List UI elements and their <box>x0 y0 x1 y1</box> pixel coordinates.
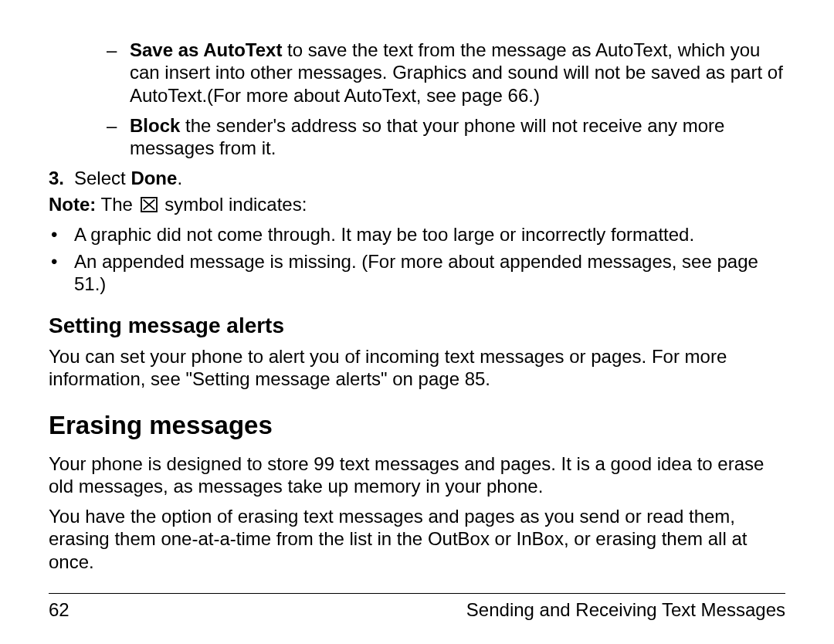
step-item: 3. Select Done. <box>49 167 785 189</box>
footer-rule <box>49 593 785 594</box>
subheading-paragraph: You can set your phone to alert you of i… <box>49 345 785 391</box>
chapter-title: Sending and Receiving Text Messages <box>466 598 785 621</box>
missing-content-icon <box>141 195 158 217</box>
dash-bullet: – <box>107 114 117 137</box>
sublist-item: – Block the sender's address so that you… <box>107 114 785 160</box>
bullet-item: • An appended message is missing. (For m… <box>49 250 785 296</box>
dash-bullet: – <box>107 39 117 61</box>
page-number: 62 <box>49 598 70 621</box>
bullet-text: An appended message is missing. (For mor… <box>74 251 758 294</box>
manual-page: – Save as AutoText to save the text from… <box>0 0 834 644</box>
body-paragraph: You have the option of erasing text mess… <box>49 505 785 573</box>
bullet-text: A graphic did not come through. It may b… <box>74 224 694 245</box>
step-number: 3. <box>49 167 64 189</box>
bullet-item: • A graphic did not come through. It may… <box>49 223 785 246</box>
bullet-dot: • <box>51 250 57 273</box>
heading-erasing-messages: Erasing messages <box>49 410 785 441</box>
body-paragraph: Your phone is designed to store 99 text … <box>49 452 785 498</box>
numbered-step: 3. Select Done. <box>49 167 785 189</box>
sublist-item: – Save as AutoText to save the text from… <box>107 39 785 107</box>
step-text-pre: Select <box>74 168 131 188</box>
note-line: Note: The symbol indicates: <box>49 193 785 217</box>
step-text-post: . <box>177 168 182 188</box>
option-sublist: – Save as AutoText to save the text from… <box>49 39 785 159</box>
note-post: symbol indicates: <box>160 194 307 215</box>
option-name: Block <box>130 115 180 136</box>
option-name: Save as AutoText <box>130 39 282 60</box>
subheading-setting-alerts: Setting message alerts <box>49 313 785 339</box>
note-pre: The <box>96 194 137 215</box>
note-bullets: • A graphic did not come through. It may… <box>49 223 785 296</box>
bullet-dot: • <box>51 223 57 246</box>
page-footer: 62 Sending and Receiving Text Messages <box>49 593 785 621</box>
option-text: the sender's address so that your phone … <box>130 115 724 158</box>
step-text-bold: Done <box>131 168 177 188</box>
note-label: Note: <box>49 194 96 215</box>
